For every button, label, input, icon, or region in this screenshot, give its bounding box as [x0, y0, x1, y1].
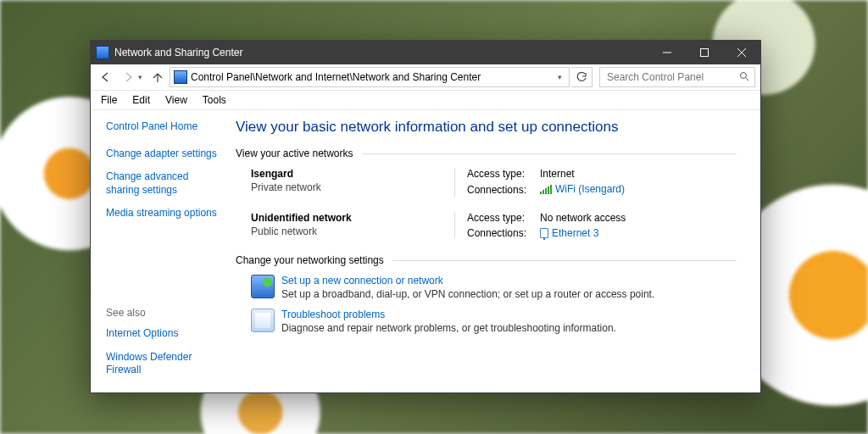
main-content: View your basic network information and … [231, 110, 760, 394]
see-also-internet-options[interactable]: Internet Options [106, 327, 224, 341]
menu-edit[interactable]: Edit [125, 92, 157, 108]
svg-rect-6 [540, 192, 542, 194]
access-type-label: Access type: [467, 168, 540, 180]
maximize-icon [700, 48, 709, 57]
arrow-left-icon [100, 71, 112, 83]
connection-link-ethernet[interactable]: Ethernet 3 [540, 227, 626, 239]
arrow-right-icon [122, 71, 134, 83]
connection-link-wifi[interactable]: WiFi (Isengard) [540, 183, 625, 197]
menu-view[interactable]: View [159, 92, 194, 108]
troubleshoot-icon [251, 309, 275, 332]
back-button[interactable] [96, 67, 116, 87]
page-title: View your basic network information and … [236, 119, 737, 136]
window-body: Control Panel Home Change adapter settin… [91, 110, 760, 394]
maximize-button[interactable] [686, 41, 723, 64]
network-block: Isengard Private network Access type: In… [251, 168, 737, 197]
up-button[interactable] [147, 67, 168, 87]
see-also-firewall[interactable]: Windows Defender Firewall [106, 351, 224, 377]
minimize-icon [663, 48, 671, 57]
sidebar-link-adapter[interactable]: Change adapter settings [106, 147, 224, 161]
network-name: Isengard [251, 168, 454, 180]
network-block: Unidentified network Public network Acce… [251, 212, 737, 239]
control-panel-window: Network and Sharing Center ▾ Control Pan… [90, 40, 761, 393]
recent-locations-button[interactable]: ▾ [138, 73, 142, 81]
svg-rect-9 [548, 186, 549, 194]
task-desc: Diagnose and repair network problems, or… [281, 322, 616, 334]
refresh-button[interactable] [571, 67, 593, 87]
close-button[interactable] [723, 41, 760, 64]
forward-button[interactable] [118, 67, 138, 87]
sidebar-link-media[interactable]: Media streaming options [106, 207, 224, 220]
change-settings-heading: Change your networking settings [236, 254, 737, 266]
address-history-button[interactable]: ▾ [554, 73, 565, 81]
search-icon [739, 71, 749, 84]
search-box[interactable] [599, 67, 755, 87]
access-type-value: Internet [540, 168, 625, 180]
svg-line-5 [746, 78, 748, 81]
arrow-up-icon [152, 71, 164, 83]
minimize-button[interactable] [648, 41, 686, 64]
refresh-icon [576, 71, 587, 83]
navigation-row: ▾ Control Panel\Network and Internet\Net… [91, 64, 760, 91]
svg-rect-7 [542, 190, 544, 194]
see-also-heading: See also [106, 307, 224, 319]
task-desc: Set up a broadband, dial-up, or VPN conn… [281, 288, 654, 300]
task-setup-connection: Set up a new connection or network Set u… [251, 275, 737, 300]
task-link-troubleshoot[interactable]: Troubleshoot problems [281, 309, 616, 320]
network-type: Public network [251, 225, 454, 237]
task-link-setup[interactable]: Set up a new connection or network [281, 275, 654, 287]
ethernet-icon [540, 228, 548, 238]
svg-rect-1 [701, 49, 709, 57]
svg-rect-10 [550, 185, 552, 194]
access-type-label: Access type: [467, 212, 540, 224]
active-networks-heading: View your active networks [236, 147, 737, 159]
menu-file[interactable]: File [94, 92, 124, 108]
network-name: Unidentified network [251, 212, 454, 224]
sidebar: Control Panel Home Change adapter settin… [91, 110, 231, 394]
svg-rect-8 [545, 188, 547, 194]
window-title: Network and Sharing Center [114, 47, 242, 58]
address-bar[interactable]: Control Panel\Network and Internet\Netwo… [170, 67, 570, 87]
search-input[interactable] [605, 70, 736, 84]
control-panel-home-link[interactable]: Control Panel Home [106, 120, 224, 134]
address-path: Control Panel\Network and Internet\Netwo… [191, 71, 481, 83]
sidebar-link-sharing[interactable]: Change advanced sharing settings [106, 170, 224, 197]
menu-tools[interactable]: Tools [196, 92, 233, 108]
app-icon [96, 46, 109, 59]
wifi-icon [540, 185, 552, 197]
connections-label: Connections: [467, 184, 540, 196]
task-troubleshoot: Troubleshoot problems Diagnose and repai… [251, 309, 737, 334]
setup-connection-icon [251, 275, 275, 298]
connections-label: Connections: [467, 227, 540, 239]
svg-point-4 [741, 72, 747, 78]
menu-bar: File Edit View Tools [91, 91, 760, 110]
close-icon [737, 48, 746, 57]
title-bar: Network and Sharing Center [91, 41, 760, 64]
access-type-value: No network access [540, 212, 626, 224]
network-type: Private network [251, 181, 454, 193]
location-icon [174, 70, 187, 84]
